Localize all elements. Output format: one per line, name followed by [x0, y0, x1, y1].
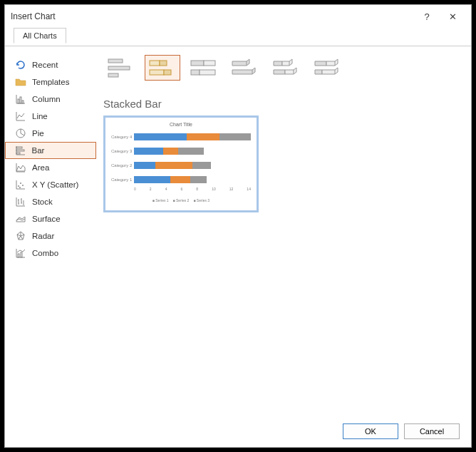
close-button[interactable]: ✕ — [440, 11, 465, 22]
svg-rect-0 — [18, 99, 19, 103]
preview-row: Category 3 — [111, 144, 251, 158]
tab-all-charts[interactable]: All Charts — [14, 28, 66, 43]
templates-icon — [15, 76, 26, 88]
sidebar-item-label: Stock — [32, 197, 53, 206]
preview-chart-area: Category 4 Category 3 Category 2 Categor… — [111, 130, 251, 195]
combo-icon — [15, 247, 26, 259]
sidebar-item-pie[interactable]: Pie — [5, 125, 96, 142]
sidebar-item-label: Area — [32, 163, 49, 172]
preview-legend: Series 1 Series 2 Series 3 — [111, 198, 251, 202]
svg-rect-16 — [150, 61, 160, 66]
surface-icon — [15, 213, 26, 225]
preview-row-bar — [134, 148, 251, 155]
dialog-footer: OK Cancel — [5, 416, 471, 447]
preview-axis: 0 2 4 6 8 10 12 14 — [134, 187, 251, 191]
sidebar-item-stock[interactable]: Stock — [5, 193, 96, 210]
sidebar-item-line[interactable]: Line — [5, 108, 96, 125]
preview-row-bar — [134, 133, 251, 140]
help-button[interactable]: ? — [414, 11, 440, 22]
sidebar-item-bar[interactable]: Bar — [5, 142, 96, 159]
svg-rect-4 — [16, 147, 22, 148]
preview-row-label: Category 2 — [111, 163, 134, 168]
subtype-3d-clustered-bar[interactable] — [227, 55, 263, 81]
chart-type-sidebar: Recent Templates Column Line — [5, 52, 96, 410]
chart-preview[interactable]: Chart Title Category 4 Category 3 Catego… — [103, 115, 259, 212]
sidebar-item-label: Templates — [32, 78, 69, 86]
svg-rect-19 — [164, 70, 171, 75]
svg-rect-13 — [108, 59, 123, 63]
sidebar-item-recent[interactable]: Recent — [5, 56, 96, 73]
content-area: Recent Templates Column Line — [5, 46, 471, 416]
preview-row-label: Category 4 — [111, 135, 134, 139]
main-panel: Stacked Bar Chart Title Category 4 Categ… — [96, 52, 471, 410]
sidebar-item-scatter[interactable]: X Y (Scatter) — [5, 176, 96, 193]
preview-row-bar — [134, 162, 251, 169]
pie-icon — [15, 128, 26, 139]
sidebar-item-label: Bar — [32, 146, 45, 155]
tab-row: All Charts — [5, 28, 471, 46]
subtype-100-stacked-bar[interactable] — [186, 55, 222, 81]
radar-icon — [15, 230, 26, 242]
cancel-button[interactable]: Cancel — [404, 423, 460, 439]
sidebar-item-label: Combo — [32, 249, 58, 257]
titlebar: Insert Chart ? ✕ — [5, 5, 471, 28]
svg-rect-14 — [108, 66, 130, 70]
sidebar-item-label: Line — [32, 112, 48, 120]
area-icon — [15, 162, 26, 173]
recent-icon — [15, 59, 26, 71]
svg-rect-18 — [150, 70, 164, 75]
svg-rect-21 — [204, 61, 215, 66]
sidebar-item-area[interactable]: Area — [5, 159, 96, 176]
stock-icon — [15, 196, 26, 207]
svg-rect-17 — [160, 61, 167, 66]
scatter-icon — [15, 179, 26, 190]
column-icon — [15, 93, 26, 105]
preview-row-label: Category 3 — [111, 149, 134, 153]
svg-rect-23 — [200, 70, 215, 75]
svg-rect-5 — [16, 150, 24, 151]
svg-rect-15 — [108, 73, 118, 77]
svg-point-9 — [22, 185, 24, 186]
sidebar-item-label: Recent — [32, 61, 58, 69]
chart-type-name: Stacked Bar — [103, 98, 464, 110]
bar-icon — [15, 145, 26, 156]
svg-rect-2 — [22, 101, 24, 103]
subtype-3d-stacked-bar[interactable] — [269, 55, 304, 81]
svg-rect-22 — [191, 70, 200, 75]
ok-button[interactable]: OK — [343, 423, 398, 439]
sidebar-item-label: Pie — [32, 129, 44, 138]
sidebar-item-surface[interactable]: Surface — [5, 210, 96, 227]
svg-rect-6 — [16, 153, 20, 154]
svg-rect-12 — [21, 252, 22, 257]
preview-row: Category 2 — [111, 158, 251, 173]
sidebar-item-label: Radar — [32, 232, 54, 240]
preview-row: Category 1 — [111, 173, 251, 187]
svg-rect-20 — [191, 61, 204, 66]
insert-chart-dialog: Insert Chart ? ✕ All Charts Recent Templ… — [4, 4, 472, 448]
subtype-row — [103, 55, 464, 95]
sidebar-item-label: Column — [32, 95, 61, 103]
sidebar-item-label: X Y (Scatter) — [32, 180, 78, 189]
dialog-title: Insert Chart — [11, 11, 414, 21]
sidebar-item-templates[interactable]: Templates — [5, 73, 96, 91]
svg-rect-11 — [18, 254, 19, 257]
svg-point-7 — [18, 185, 19, 187]
subtype-clustered-bar[interactable] — [103, 55, 139, 81]
preview-title: Chart Title — [111, 122, 251, 127]
preview-row-label: Category 1 — [111, 178, 134, 182]
preview-row: Category 4 — [111, 130, 251, 144]
subtype-stacked-bar[interactable] — [145, 55, 180, 81]
preview-row-bar — [134, 176, 251, 183]
svg-point-10 — [19, 187, 21, 188]
svg-point-8 — [20, 183, 21, 184]
sidebar-item-column[interactable]: Column — [5, 91, 96, 108]
sidebar-item-radar[interactable]: Radar — [5, 227, 96, 245]
subtype-3d-100-stacked-bar[interactable] — [310, 55, 346, 81]
sidebar-item-combo[interactable]: Combo — [5, 245, 96, 262]
line-icon — [15, 111, 26, 122]
sidebar-item-label: Surface — [32, 215, 61, 223]
svg-rect-1 — [20, 97, 21, 103]
